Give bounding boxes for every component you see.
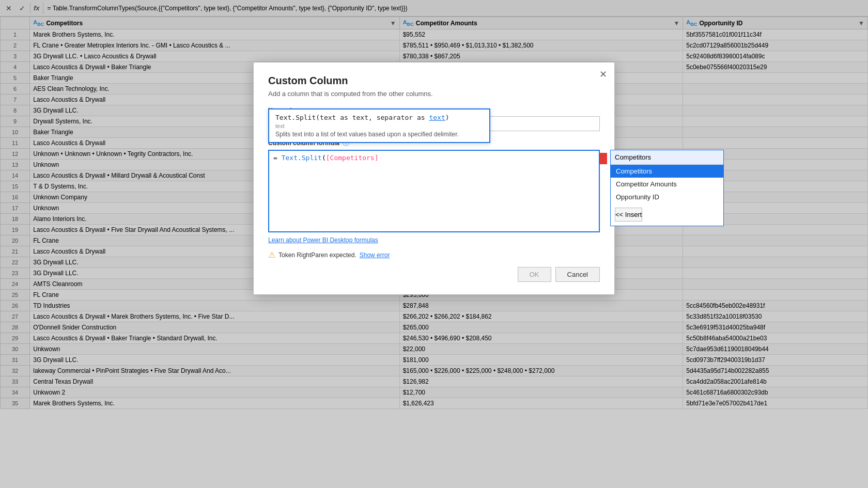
formula-section: Text.Split(text as text, separator as te… <box>268 150 600 232</box>
modal-subtitle: Add a column that is computed from the o… <box>268 90 600 98</box>
tooltip-func-signature: Text.Split(text as text, separator as te… <box>275 114 483 121</box>
show-error-link[interactable]: Show error <box>360 251 390 259</box>
modal-title: Custom Column <box>268 75 600 87</box>
tooltip-desc: Splits text into a list of text values b… <box>275 131 483 138</box>
column-picker-search[interactable] <box>611 150 723 165</box>
ok-button[interactable]: OK <box>518 267 551 282</box>
error-row: ⚠ Token RightParen expected. Show error <box>268 250 600 260</box>
col-picker-item[interactable]: Competitor Amounts <box>611 178 723 191</box>
tooltip-type: text <box>275 123 483 129</box>
modal-close-button[interactable]: ✕ <box>599 70 607 79</box>
modal-overlay: ✕ Custom Column Add a column that is com… <box>0 0 868 488</box>
formula-editor[interactable]: = Text.Split([Competitors] <box>268 150 600 232</box>
modal-footer: OK Cancel <box>268 267 600 282</box>
custom-column-modal: ✕ Custom Column Add a column that is com… <box>253 62 615 295</box>
col-picker-item[interactable]: Opportunity ID <box>611 191 723 203</box>
error-message: Token RightParen expected. <box>278 251 357 259</box>
autocomplete-tooltip: Text.Split(text as text, separator as te… <box>268 108 490 143</box>
col-picker-item[interactable]: Competitors <box>611 165 723 178</box>
cancel-button[interactable]: Cancel <box>555 267 600 282</box>
column-picker-panel: CompetitorsCompetitor AmountsOpportunity… <box>610 150 724 226</box>
learn-formulas-link[interactable]: Learn about Power BI Desktop formulas <box>268 237 378 244</box>
error-icon: ⚠ <box>268 250 275 260</box>
insert-column-button[interactable]: << Insert <box>615 208 642 222</box>
